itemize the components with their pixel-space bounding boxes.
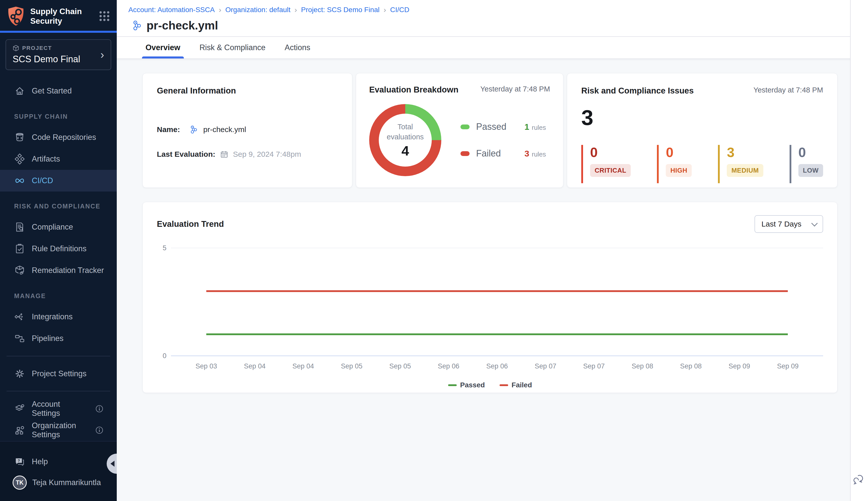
sidebar-item-help[interactable]: ? Help — [0, 451, 117, 472]
sidebar-item-label: Rule Definitions — [32, 244, 86, 253]
date-range-select[interactable]: Last 7 Days — [754, 215, 823, 233]
pipeline-icon — [190, 125, 198, 134]
breakdown-legend: Passed 1 rules Failed 3 rules — [460, 121, 550, 159]
low-count: 0 — [798, 146, 823, 159]
gear-icon — [14, 368, 25, 379]
legend-row-passed: Passed 1 rules — [460, 121, 550, 132]
sidebar-bottom: ? Help TK Teja Kummarikuntla — [0, 441, 117, 501]
sidebar-header: Supply Chain Security — [0, 0, 117, 31]
high-badge: HIGH — [666, 164, 692, 177]
x-axis-label: Sep 09 — [729, 362, 750, 370]
tabs: Overview Risk & Compliance Actions — [117, 37, 850, 59]
sidebar-item-code-repositories[interactable]: Code Repositories — [0, 127, 117, 148]
breakdown-body: Total evaluations 4 Passed 1 ru — [369, 104, 550, 176]
risk-compliance-issues-card: Risk and Compliance Issues Yesterday at … — [567, 73, 837, 188]
sidebar-item-label: Integrations — [32, 312, 73, 321]
breadcrumb-account[interactable]: Account: Automation-SSCA — [128, 6, 215, 14]
sidebar-item-remediation-tracker[interactable]: Remediation Tracker — [0, 259, 117, 281]
sidebar-item-compliance[interactable]: Compliance — [0, 216, 117, 238]
rule-definitions-clipboard-icon — [14, 243, 25, 254]
tab-risk-compliance[interactable]: Risk & Compliance — [199, 37, 265, 58]
main-area: Account: Automation-SSCA › Organization:… — [117, 0, 850, 501]
breadcrumb-cicd[interactable]: CI/CD — [390, 6, 409, 14]
pipelines-icon — [14, 333, 25, 344]
app-grid-icon[interactable] — [98, 10, 110, 22]
page-content: General Information Name: pr-check.yml L… — [117, 59, 850, 501]
chevron-right-icon: › — [384, 6, 386, 14]
trend-chart: 5 0 Sep 03Sep 04Sep 04Sep 05Sep 05Sep 06… — [157, 245, 823, 389]
sidebar-nav: Get Started SUPPLY CHAIN Code Repositori… — [0, 80, 117, 349]
sidebar-item-pipelines[interactable]: Pipelines — [0, 328, 117, 349]
trend-legend: Passed Failed — [157, 381, 823, 389]
passed-legend-swatch — [460, 125, 470, 129]
chevron-right-icon: › — [294, 6, 297, 14]
help-chat-icon: ? — [14, 456, 25, 467]
last-evaluation-label: Last Evaluation: — [157, 150, 215, 159]
sidebar-item-account-settings[interactable]: Account Settings — [0, 398, 117, 419]
y-axis-tick-max: 5 — [163, 244, 166, 252]
last-evaluation-value: Sep 9, 2024 7:48pm — [233, 150, 301, 159]
x-axis-label: Sep 08 — [680, 362, 702, 370]
chevron-left-icon — [111, 461, 115, 467]
sidebar-item-rule-definitions[interactable]: Rule Definitions — [0, 238, 117, 259]
tab-overview[interactable]: Overview — [146, 37, 180, 58]
failed-count: 3 — [524, 149, 529, 159]
breadcrumb-project[interactable]: Project: SCS Demo Final — [301, 6, 379, 14]
sidebar: Supply Chain Security PROJECT SCS Demo F… — [0, 0, 117, 501]
sidebar-item-artifacts[interactable]: Artifacts — [0, 148, 117, 170]
x-axis-label: Sep 06 — [486, 362, 508, 370]
high-count: 0 — [666, 146, 692, 159]
passed-line-swatch — [448, 384, 457, 386]
remediation-tracker-box-icon — [14, 265, 25, 276]
failed-legend-swatch — [460, 151, 470, 156]
organization-settings-icon — [14, 425, 25, 436]
sidebar-divider — [7, 391, 110, 391]
sidebar-item-cicd[interactable]: CI/CD — [0, 170, 117, 192]
chevron-right-icon: › — [101, 49, 104, 60]
project-name: SCS Demo Final — [13, 54, 101, 64]
user-menu[interactable]: TK Teja Kummarikuntla — [0, 472, 117, 493]
chat-support-icon[interactable] — [854, 474, 866, 487]
sidebar-item-label: Code Repositories — [32, 133, 96, 142]
date-range-value: Last 7 Days — [762, 220, 802, 228]
sidebar-item-label: Compliance — [32, 223, 73, 232]
sidebar-item-label: Get Started — [32, 86, 72, 96]
card-title: General Information — [157, 86, 338, 96]
sidebar-item-label: Artifacts — [32, 154, 60, 163]
sidebar-divider — [7, 356, 110, 356]
sidebar-item-project-settings[interactable]: Project Settings — [0, 363, 117, 384]
severity-row: 0 CRITICAL 0 HIGH 3 MEDIUM 0 LOW — [581, 145, 823, 183]
info-icon[interactable] — [95, 404, 104, 413]
sidebar-item-get-started[interactable]: Get Started — [0, 80, 117, 102]
info-icon[interactable] — [95, 426, 104, 435]
project-selector[interactable]: PROJECT SCS Demo Final › — [6, 39, 111, 70]
artifacts-icon — [14, 153, 25, 164]
integrations-icon — [14, 311, 25, 322]
sidebar-item-label: Project Settings — [32, 369, 86, 378]
sidebar-item-organization-settings[interactable]: Organization Settings — [0, 419, 117, 441]
tab-actions[interactable]: Actions — [285, 37, 311, 58]
x-axis-label: Sep 07 — [535, 362, 556, 370]
trend-lines-svg — [171, 245, 823, 359]
sidebar-item-label: CI/CD — [32, 176, 53, 185]
name-label: Name: — [157, 125, 185, 134]
failed-line-swatch — [500, 384, 508, 386]
sidebar-item-label: Help — [32, 457, 48, 466]
sidebar-item-integrations[interactable]: Integrations — [0, 306, 117, 328]
trend-legend-passed: Passed — [448, 381, 485, 389]
name-row: Name: pr-check.yml — [157, 125, 338, 134]
account-settings-layers-icon — [14, 403, 25, 414]
last-evaluation-row: Last Evaluation: Sep 9, 2024 7:48pm — [157, 150, 338, 159]
card-title: Evaluation Trend — [157, 219, 224, 229]
evaluation-donut-chart: Total evaluations 4 — [369, 104, 441, 176]
medium-badge: MEDIUM — [727, 164, 763, 177]
low-badge: LOW — [798, 164, 823, 177]
y-axis: 5 0 — [157, 245, 168, 359]
breadcrumb-organization[interactable]: Organization: default — [225, 6, 290, 14]
x-axis-label: Sep 05 — [389, 362, 411, 370]
avatar: TK — [13, 476, 27, 490]
x-axis-label: Sep 03 — [196, 362, 217, 370]
y-axis-tick-min: 0 — [163, 352, 166, 360]
severity-low: 0 LOW — [789, 145, 823, 183]
legend-row-failed: Failed 3 rules — [460, 148, 550, 159]
